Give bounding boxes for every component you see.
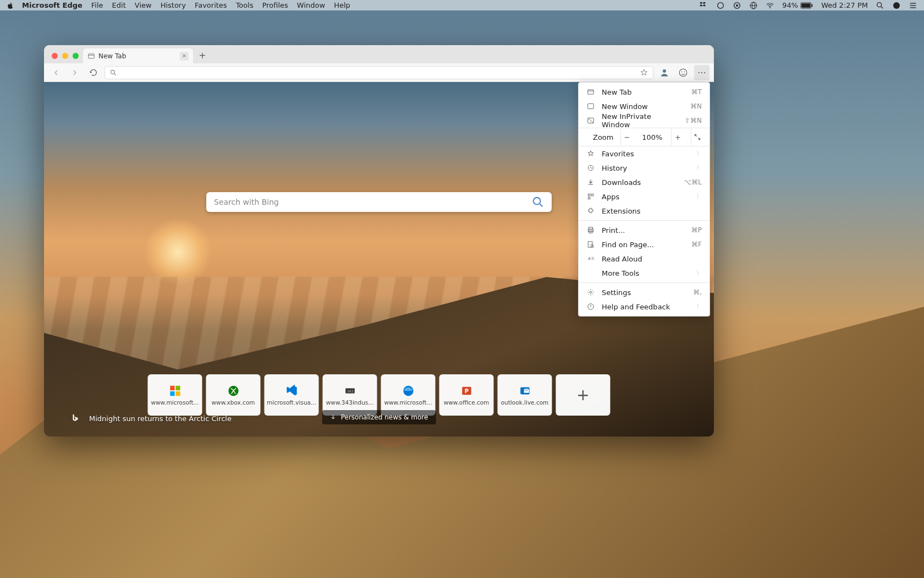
menu-favorites[interactable]: Favorites bbox=[195, 1, 227, 9]
tile-label: microsoft.visua... bbox=[267, 399, 316, 406]
svg-point-21 bbox=[679, 69, 687, 77]
help-icon: ? bbox=[586, 303, 595, 310]
menu-history[interactable]: History 〉 bbox=[579, 161, 710, 175]
svg-text:P: P bbox=[464, 388, 468, 394]
menu-new-tab[interactable]: New Tab ⌘T bbox=[579, 85, 710, 99]
outlook-icon bbox=[519, 385, 531, 397]
apps-icon bbox=[586, 193, 595, 200]
refresh-button[interactable] bbox=[86, 65, 101, 80]
browser-tab[interactable]: New Tab ✕ bbox=[83, 48, 193, 63]
svg-text:343: 343 bbox=[346, 389, 353, 393]
top-site-tile[interactable]: www.microsoft... bbox=[381, 374, 436, 416]
vscode-icon bbox=[285, 385, 298, 397]
top-site-tile[interactable]: 343 www.343indus... bbox=[323, 374, 377, 416]
add-site-tile[interactable]: + bbox=[556, 374, 610, 416]
tab-close-button[interactable]: ✕ bbox=[180, 52, 189, 61]
globe-icon[interactable] bbox=[749, 1, 758, 10]
fullscreen-button[interactable] bbox=[691, 129, 704, 145]
chevron-right-icon: 〉 bbox=[696, 303, 702, 310]
forward-button[interactable] bbox=[67, 65, 82, 80]
top-site-tile[interactable]: P www.office.com bbox=[439, 374, 494, 416]
profile-button[interactable] bbox=[657, 65, 672, 80]
svg-point-26 bbox=[704, 72, 705, 73]
menu-favorites[interactable]: Favorites 〉 bbox=[579, 146, 710, 161]
personalized-news-button[interactable]: Personalized news & more bbox=[322, 410, 436, 424]
svg-rect-29 bbox=[170, 385, 174, 390]
tile-label: www.office.com bbox=[444, 399, 490, 406]
window-zoom-button[interactable] bbox=[73, 53, 79, 59]
top-site-tile[interactable]: www.microsoft... bbox=[148, 374, 202, 416]
back-button[interactable] bbox=[48, 65, 64, 80]
new-window-icon bbox=[586, 102, 595, 110]
svg-point-23 bbox=[684, 71, 685, 72]
chevron-right-icon: 〉 bbox=[696, 269, 702, 277]
svg-point-10 bbox=[877, 2, 882, 7]
menu-extensions[interactable]: Extensions bbox=[579, 204, 710, 218]
menu-read-aloud[interactable]: A Read Aloud bbox=[579, 252, 710, 266]
settings-and-more-button[interactable] bbox=[694, 65, 710, 80]
svg-point-54 bbox=[591, 244, 593, 247]
bing-search-box[interactable]: Search with Bing bbox=[206, 192, 552, 212]
status-icon-2[interactable] bbox=[733, 1, 741, 10]
print-icon bbox=[586, 226, 595, 234]
search-submit-icon[interactable] bbox=[532, 196, 544, 208]
tile-label: www.343indus... bbox=[326, 399, 374, 406]
gear-icon bbox=[586, 288, 595, 296]
menu-new-inprivate-window[interactable]: New InPrivate Window ⇧⌘N bbox=[579, 113, 710, 128]
menu-history[interactable]: History bbox=[161, 1, 186, 9]
menu-find-on-page[interactable]: Find on Page... ⌘F bbox=[579, 237, 710, 252]
dropbox-icon[interactable] bbox=[700, 1, 708, 10]
window-close-button[interactable] bbox=[52, 53, 58, 59]
new-tab-button[interactable]: + bbox=[195, 48, 210, 62]
menu-new-window[interactable]: New Window ⌘N bbox=[579, 99, 710, 113]
top-site-tile[interactable]: outlook.live.com bbox=[498, 374, 552, 416]
zoom-out-button[interactable]: − bbox=[620, 129, 634, 145]
menu-view[interactable]: View bbox=[135, 1, 152, 9]
svg-line-28 bbox=[540, 204, 543, 207]
menu-help-and-feedback[interactable]: ? Help and Feedback 〉 bbox=[579, 299, 710, 314]
svg-rect-16 bbox=[89, 53, 95, 58]
arrow-down-icon bbox=[330, 414, 337, 421]
inprivate-icon bbox=[586, 117, 595, 124]
menu-print[interactable]: Print... ⌘P bbox=[579, 223, 710, 237]
top-sites-tiles: www.microsoft... www.xbox.com microsoft.… bbox=[148, 374, 610, 416]
menu-tools[interactable]: Tools bbox=[236, 1, 254, 9]
chevron-right-icon: 〉 bbox=[696, 164, 702, 172]
smiley-feedback-button[interactable] bbox=[675, 65, 691, 80]
siri-icon[interactable] bbox=[892, 1, 901, 10]
menu-edit[interactable]: Edit bbox=[112, 1, 126, 9]
spotlight-icon[interactable] bbox=[876, 1, 884, 10]
svg-point-6 bbox=[769, 7, 771, 8]
control-center-icon[interactable] bbox=[909, 1, 917, 10]
zoom-in-button[interactable]: + bbox=[671, 129, 684, 145]
window-minimize-button[interactable] bbox=[62, 53, 68, 59]
menu-zoom-row: Zoom − 100% + bbox=[579, 128, 710, 146]
status-icon-1[interactable] bbox=[716, 1, 725, 10]
menu-shortcut: ⌘N bbox=[690, 102, 702, 110]
favorite-star-icon[interactable] bbox=[640, 68, 648, 77]
bing-headline[interactable]: Midnight sun returns to the Arctic Circl… bbox=[70, 413, 232, 424]
battery-status[interactable]: 94% bbox=[782, 1, 813, 9]
apple-menu-icon[interactable] bbox=[7, 2, 14, 9]
ms-logo-icon bbox=[169, 385, 181, 397]
svg-line-55 bbox=[593, 247, 594, 248]
tile-label: www.microsoft... bbox=[384, 399, 432, 406]
menu-profiles[interactable]: Profiles bbox=[262, 1, 288, 9]
menu-apps[interactable]: Apps 〉 bbox=[579, 189, 710, 204]
menu-window[interactable]: Window bbox=[297, 1, 325, 9]
wifi-icon[interactable] bbox=[766, 1, 774, 10]
menu-downloads[interactable]: Downloads ⌥⌘L bbox=[579, 175, 710, 189]
top-site-tile[interactable]: www.xbox.com bbox=[206, 374, 261, 416]
svg-line-11 bbox=[881, 7, 883, 8]
menu-settings[interactable]: Settings ⌘, bbox=[579, 285, 710, 299]
menu-label: Print... bbox=[602, 226, 625, 235]
menu-file[interactable]: File bbox=[91, 1, 103, 9]
menu-label: Downloads bbox=[602, 178, 641, 187]
menu-help[interactable]: Help bbox=[334, 1, 350, 9]
top-site-tile[interactable]: microsoft.visua... bbox=[265, 374, 319, 416]
menu-more-tools[interactable]: More Tools 〉 bbox=[579, 266, 710, 280]
menubar-app-name[interactable]: Microsoft Edge bbox=[22, 1, 82, 9]
menu-label: New InPrivate Window bbox=[602, 112, 678, 129]
address-bar[interactable] bbox=[105, 66, 653, 79]
menubar-clock[interactable]: Wed 2:27 PM bbox=[821, 1, 868, 9]
